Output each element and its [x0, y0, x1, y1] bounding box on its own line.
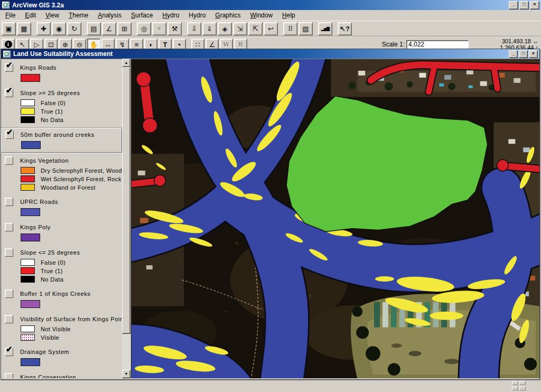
theme-checkbox[interactable] [5, 223, 13, 231]
minimize-button[interactable]: _ [509, 1, 518, 10]
check-icon: ✔ [6, 61, 13, 69]
menu-edit[interactable]: Edit [20, 11, 41, 20]
map-canvas[interactable] [132, 59, 539, 378]
class-label: True (1) [41, 268, 63, 274]
legend-editor-icon: ▤ [90, 25, 97, 33]
theme-properties-button[interactable]: ↻ [67, 22, 81, 35]
maximize-button[interactable]: □ [519, 1, 529, 10]
view-maximize-button[interactable]: □ [519, 50, 528, 58]
menu-window[interactable]: Window [245, 11, 277, 20]
close-button[interactable]: × [530, 1, 539, 10]
toolbar-group: ⇩⇓◈⇲⇱↩ [187, 22, 279, 35]
layout-button[interactable]: ▦ [17, 22, 31, 35]
menu-theme[interactable]: Theme [64, 11, 93, 20]
legend-theme-kings-roads[interactable]: ✔Kings Roads [1, 61, 122, 85]
theme-head: ✔Kings Roads [5, 63, 121, 72]
scroll-down-button[interactable]: ▼ [122, 370, 130, 378]
globe-icon: ◉ [56, 25, 62, 33]
find-button[interactable]: ◎ [137, 22, 151, 35]
add-theme-button[interactable]: ✚ [36, 22, 51, 35]
identify-icon: i [5, 41, 12, 48]
zoom-previous-button[interactable]: ↩ [264, 22, 278, 35]
select-grid-icon: ⠿ [288, 25, 293, 33]
resize-grip[interactable] [512, 381, 526, 390]
zoom-active-theme-button[interactable]: ⇓ [202, 22, 217, 35]
point-icon: • [178, 41, 181, 49]
angle-icon: ∠ [209, 41, 216, 49]
geoprocessing-button[interactable]: ◉ [52, 22, 66, 35]
theme-checkbox[interactable] [5, 156, 13, 165]
menu-view[interactable]: View [41, 11, 64, 20]
maximize-icon: □ [523, 2, 525, 7]
legend-theme-slope-le-25[interactable]: Slope <= 25 degreesFalse (0)True (1)No D… [1, 246, 122, 286]
theme-head: ✔Drainage System [5, 348, 121, 356]
legend-swatch [21, 208, 40, 216]
query-builder-button[interactable]: ⚒ [167, 22, 182, 35]
theme-label: Buffer 1 of Kings Creeks [20, 291, 90, 297]
legend-scrollbar[interactable]: ▲ ▼ [122, 59, 130, 378]
theme-classes [21, 358, 121, 366]
legend-theme-buffer-50m[interactable]: ✔50m buffer around creeks [1, 128, 122, 153]
view-close-button[interactable]: × [529, 50, 538, 58]
open-theme-table-button[interactable]: ⊞ [117, 22, 132, 35]
toolbar-group: ⠿▧ [283, 22, 314, 35]
theme-checkbox[interactable]: ✔ [5, 63, 13, 72]
legend-swatch [21, 325, 35, 332]
zoom-full-extent-button[interactable]: ⇩ [187, 22, 201, 35]
legend-swatch [21, 141, 41, 149]
clear-selection-button[interactable]: ▧ [299, 22, 313, 35]
theme-head: ✔Slope >= 25 degrees [5, 89, 121, 97]
menu-graphics[interactable]: Graphics [210, 11, 245, 20]
grip-square [512, 381, 518, 385]
scroll-thumb[interactable] [122, 67, 130, 334]
legend-theme-kings-poly[interactable]: Kings Poly [1, 221, 122, 245]
theme-checkbox[interactable] [5, 315, 13, 323]
grip-square [519, 386, 526, 390]
menu-surface[interactable]: Surface [126, 11, 157, 20]
theme-head: Kings Vegetation [5, 156, 121, 165]
menu-help[interactable]: Help [277, 11, 300, 20]
legend-theme-visibility-surface[interactable]: Visibility of Surface from Kings PointsN… [1, 313, 122, 344]
save-project-button[interactable]: ▣ [2, 22, 16, 35]
menu-hydro[interactable]: Hydro [184, 11, 210, 20]
legend-theme-drainage-system[interactable]: ✔Drainage System [1, 346, 122, 369]
window-titlebar[interactable]: ArcView GIS 3.2a _□× [0, 0, 541, 10]
scroll-up-button[interactable]: ▲ [122, 59, 130, 67]
theme-checkbox[interactable] [5, 373, 13, 378]
theme-checkbox[interactable]: ✔ [5, 89, 13, 97]
histogram-button[interactable]: ▂▅▇ [318, 22, 332, 35]
help-button[interactable]: ↖? [338, 22, 352, 35]
theme-classes [21, 208, 121, 216]
locate-button[interactable]: ✳ [152, 22, 166, 35]
theme-checkbox[interactable]: ✔ [5, 130, 14, 139]
legend-theme-kings-conservation[interactable]: Kings ConservationInadequately conserved… [1, 371, 122, 378]
theme-checkbox[interactable] [5, 290, 13, 298]
theme-label: Slope <= 25 degrees [20, 249, 80, 256]
legend-theme-uprc-roads[interactable]: UPRC Roads [1, 195, 122, 219]
view-minimize-button[interactable]: _ [509, 50, 518, 58]
legend-swatch [21, 259, 35, 266]
select-features-button[interactable]: ⠿ [283, 22, 297, 35]
theme-checkbox[interactable] [5, 198, 13, 206]
legend-theme-kings-vegetation[interactable]: Kings VegetationDry Sclerophyll Forest, … [1, 154, 122, 194]
view-titlebar[interactable]: Land Use Suitability Assessment _□× [1, 49, 539, 59]
pan-icon: ✋ [89, 41, 98, 49]
theme-classes [21, 141, 120, 149]
class-label: Dry Sclerophyll Forest, Woodlan [41, 167, 122, 174]
derive-slope-button[interactable]: ∠ [102, 22, 116, 35]
legend-theme-slope-ge-25[interactable]: ✔Slope >= 25 degreesFalse (0)True (1)No … [1, 87, 122, 126]
menu-hydro[interactable]: Hydro [157, 11, 184, 20]
zoom-out-extent-button[interactable]: ⇱ [248, 22, 263, 35]
zoom-selected-button[interactable]: ◈ [218, 22, 232, 35]
menu-file[interactable]: File [1, 11, 20, 20]
scale-label: Scale 1: [382, 41, 405, 48]
zoom-in-extent-button[interactable]: ⇲ [233, 22, 247, 35]
legend-theme-buffer1-kings-creeks[interactable]: Buffer 1 of Kings Creeks [1, 287, 122, 311]
scale-input[interactable] [406, 40, 469, 49]
theme-checkbox[interactable] [5, 248, 13, 257]
menu-analysis[interactable]: Analysis [93, 11, 126, 20]
edit-legend-button[interactable]: ▤ [87, 22, 101, 35]
legend-class-row [21, 234, 121, 241]
toolbar-group: ◎✳⚒ [137, 22, 183, 35]
theme-checkbox[interactable]: ✔ [5, 348, 13, 356]
